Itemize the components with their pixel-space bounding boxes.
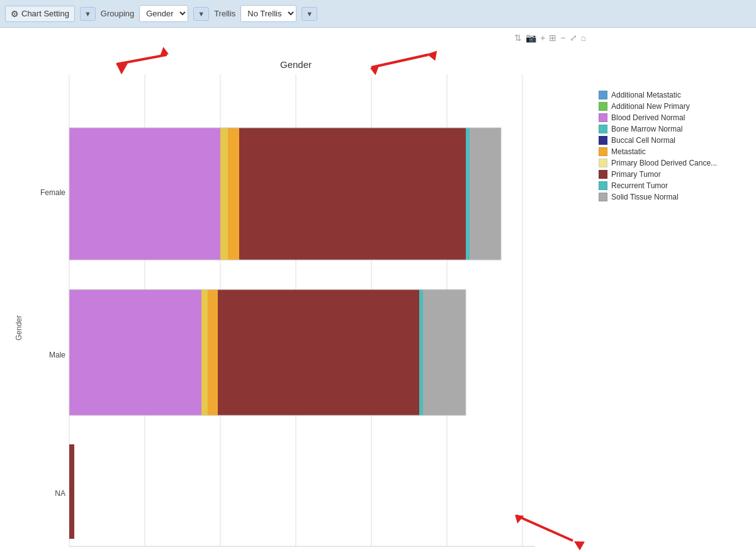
male-metastatic-small: [201, 290, 208, 415]
legend-item-additional-new-primary: Additional New Primary: [599, 102, 750, 111]
svg-text:Female: Female: [40, 188, 65, 197]
legend-label-solid-tissue-normal: Solid Tissue Normal: [611, 193, 679, 201]
legend-swatch-additional-metastatic: [599, 91, 607, 99]
trellis-select[interactable]: No Trellis: [240, 5, 296, 22]
svg-text:Gender: Gender: [280, 59, 312, 70]
male-solid-tissue: [423, 290, 466, 415]
legend-label-metastatic: Metastatic: [611, 147, 646, 156]
male-recurrent-tumor: [419, 290, 423, 415]
camera-icon-btn[interactable]: 📷: [526, 33, 536, 43]
legend-item-primary-tumor: Primary Tumor: [599, 170, 750, 179]
legend-item-metastatic: Metastatic: [599, 147, 750, 156]
grouping-select[interactable]: Gender: [139, 5, 188, 22]
legend-label-recurrent-tumor: Recurrent Tumor: [611, 181, 668, 190]
grouping-label: Grouping: [101, 9, 134, 18]
legend-item-buccal-cell-normal: Buccal Cell Normal: [599, 136, 750, 145]
na-primary-tumor: [69, 444, 74, 539]
legend-label-buccal-cell-normal: Buccal Cell Normal: [611, 136, 675, 145]
legend-swatch-recurrent-tumor: [599, 181, 607, 190]
legend-swatch-buccal-cell-normal: [599, 136, 607, 145]
chart-setting-label: Chart Setting: [21, 9, 69, 18]
legend-item-primary-blood-derived: Primary Blood Derived Cance...: [599, 159, 750, 167]
legend-item-additional-metastatic: Additional Metastatic: [599, 91, 750, 99]
male-metastatic: [208, 290, 218, 415]
female-primary-tumor: [239, 128, 466, 260]
frame-icon-btn[interactable]: ⊞: [549, 33, 556, 43]
legend: Additional Metastatic Additional New Pri…: [599, 91, 750, 204]
female-solid-tissue: [470, 128, 501, 260]
legend-label-primary-blood-derived: Primary Blood Derived Cance...: [611, 159, 717, 167]
legend-swatch-primary-tumor: [599, 170, 607, 179]
expand-icon-btn[interactable]: ⤢: [570, 33, 577, 43]
female-recurrent-tumor: [466, 128, 470, 260]
male-blood-derived-normal: [69, 290, 201, 415]
legend-label-additional-metastatic: Additional Metastatic: [611, 91, 681, 99]
legend-item-bone-marrow-normal: Bone Marrow Normal: [599, 125, 750, 133]
main-content: ⇅ 📷 + ⊞ − ⤢ ⌂ Gender 0 2k 4k 6k 8k 10k 1…: [0, 28, 756, 552]
minus-icon-btn[interactable]: −: [560, 33, 565, 43]
legend-label-additional-new-primary: Additional New Primary: [611, 102, 690, 111]
legend-swatch-additional-new-primary: [599, 102, 607, 111]
toolbar: ⚙ Chart Setting ▼ Grouping Gender ▼ Trel…: [0, 0, 756, 28]
legend-swatch-metastatic: [599, 147, 607, 156]
legend-item-recurrent-tumor: Recurrent Tumor: [599, 181, 750, 190]
female-metastatic: [228, 128, 239, 260]
female-blood-derived-normal: [69, 128, 220, 260]
legend-label-blood-derived-normal: Blood Derived Normal: [611, 113, 685, 122]
home-icon-btn[interactable]: ⌂: [581, 33, 586, 43]
legend-label-bone-marrow-normal: Bone Marrow Normal: [611, 125, 682, 133]
trellis-dropdown[interactable]: ▼: [302, 7, 317, 21]
chart-setting-dropdown[interactable]: ▼: [80, 7, 96, 21]
y-axis-label: Gender: [14, 315, 23, 341]
female-metastatic-small: [220, 128, 228, 260]
trellis-label: Trellis: [214, 9, 235, 18]
legend-label-primary-tumor: Primary Tumor: [611, 170, 661, 179]
grouping-dropdown[interactable]: ▼: [193, 7, 209, 21]
legend-swatch-primary-blood-derived: [599, 159, 607, 167]
legend-swatch-solid-tissue-normal: [599, 193, 607, 201]
legend-swatch-bone-marrow-normal: [599, 125, 607, 133]
legend-item-blood-derived-normal: Blood Derived Normal: [599, 113, 750, 122]
svg-text:NA: NA: [55, 489, 65, 498]
chart-setting-button[interactable]: ⚙ Chart Setting: [5, 6, 75, 22]
chart-icons: ⇅ 📷 + ⊞ − ⤢ ⌂: [514, 33, 586, 43]
male-primary-tumor: [218, 290, 419, 415]
sort-icon-btn[interactable]: ⇅: [514, 33, 522, 43]
svg-text:Male: Male: [49, 351, 65, 359]
plus-icon-btn[interactable]: +: [540, 33, 545, 43]
chart-svg: 0 2k 4k 6k 8k 10k 12k Gender Female Male…: [31, 55, 585, 552]
gear-icon: ⚙: [11, 9, 19, 19]
legend-item-solid-tissue-normal: Solid Tissue Normal: [599, 193, 750, 201]
legend-swatch-blood-derived-normal: [599, 113, 607, 122]
